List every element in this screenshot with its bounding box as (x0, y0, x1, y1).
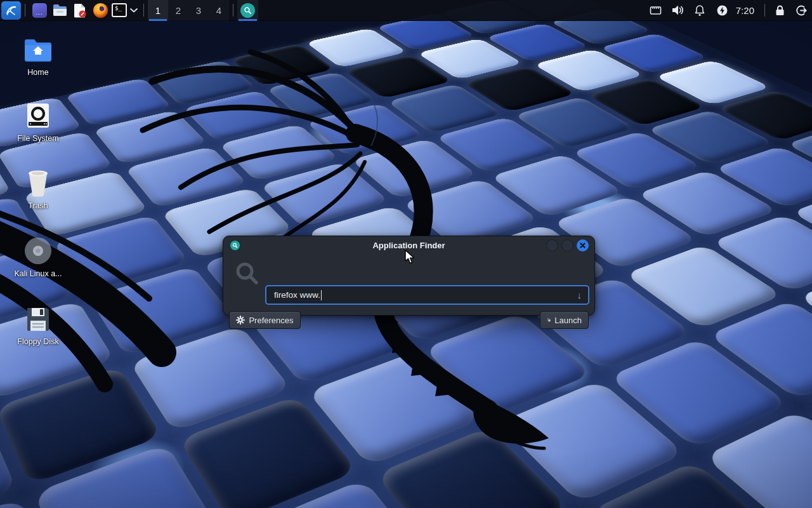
window-title: Application Finder (228, 241, 589, 250)
network-status-icon[interactable] (645, 0, 667, 21)
desktop-icon-kali-cd[interactable]: Kali Linux a... (9, 235, 67, 278)
application-finder-taskbar-icon (240, 3, 255, 18)
launcher-firefox[interactable] (90, 1, 110, 20)
terminal-app-icon: ... (32, 3, 47, 18)
preferences-button[interactable]: Preferences (229, 311, 301, 329)
system-tray: 7:20 (645, 0, 812, 21)
desktop-icon-trash[interactable]: Trash (9, 167, 67, 210)
workspace-button-2[interactable]: 2 (168, 0, 188, 21)
launcher-qterminal-dropdown[interactable]: $_ (110, 1, 140, 20)
text-editor-icon (73, 3, 87, 18)
volume-icon[interactable] (667, 0, 689, 21)
optical-disc-icon (22, 235, 54, 267)
desktop-icon-label: Kali Linux a... (14, 269, 62, 278)
firefox-icon (93, 3, 108, 18)
file-manager-icon (53, 4, 67, 17)
floppy-disk-icon (22, 303, 54, 335)
launch-button-label: Launch (554, 316, 582, 325)
qterminal-icon: $_ (112, 3, 127, 17)
notifications-bell-icon[interactable] (689, 0, 711, 21)
search-input[interactable]: firefox www. ↓ (265, 285, 589, 305)
logout-icon[interactable] (790, 0, 812, 21)
top-panel: ... $_ 1 2 3 4 (0, 0, 812, 21)
search-query-text: firefox www. (274, 290, 320, 300)
history-dropdown-icon[interactable]: ↓ (577, 290, 582, 300)
desktop-icon-label: Floppy Disk (17, 337, 58, 346)
trash-can-icon (22, 167, 54, 199)
chevron-down-icon (129, 8, 138, 13)
search-icon (235, 261, 260, 286)
workspace-button-4[interactable]: 4 (209, 0, 229, 21)
applications-menu-button[interactable] (1, 1, 21, 20)
desktop-icon-file-system[interactable]: File System (9, 100, 67, 143)
desktop-icon-label: Home (27, 68, 48, 77)
launcher-file-manager[interactable] (49, 1, 70, 20)
close-button[interactable] (577, 239, 589, 251)
application-finder-window-icon (230, 241, 240, 250)
panel-separator (143, 4, 144, 17)
text-caret (321, 290, 322, 300)
panel-separator (25, 4, 25, 17)
desktop-icon-floppy-disk[interactable]: Floppy Disk (9, 303, 67, 346)
desktop-icon-label: File System (17, 134, 58, 143)
launcher-terminal-app[interactable]: ... (29, 1, 49, 20)
workspace-button-3[interactable]: 3 (188, 0, 209, 21)
application-finder-window: Application Finder firefox www. ↓ (223, 236, 595, 316)
preferences-button-label: Preferences (249, 316, 293, 325)
hard-disk-icon (22, 100, 54, 131)
home-folder-icon (22, 34, 54, 65)
launch-gears-icon (547, 316, 551, 324)
panel-separator (764, 4, 765, 17)
finder-body: firefox www. ↓ Preferences (223, 255, 594, 316)
clock[interactable]: 7:20 (733, 5, 761, 16)
close-icon (580, 243, 586, 248)
power-manager-icon[interactable] (711, 0, 733, 21)
desktop-icon-label: Trash (28, 201, 48, 210)
workspace-label: 1 (155, 5, 160, 16)
taskbar-application-finder-button[interactable] (237, 0, 258, 21)
launch-button[interactable]: Launch (540, 311, 589, 329)
gear-icon (236, 316, 245, 324)
workspace-label: 4 (216, 5, 221, 16)
desktop-icon-home[interactable]: Home (9, 34, 67, 77)
panel-separator (233, 4, 233, 17)
lock-screen-icon[interactable] (769, 0, 790, 21)
workspace-label: 2 (176, 5, 181, 16)
workspace-button-1[interactable]: 1 (148, 0, 168, 21)
maximize-button[interactable] (561, 239, 573, 251)
minimize-button[interactable] (546, 239, 558, 251)
kali-logo-icon (4, 3, 18, 17)
titlebar[interactable]: Application Finder (223, 236, 594, 255)
workspace-label: 3 (196, 5, 201, 16)
launcher-text-editor[interactable] (70, 1, 90, 20)
